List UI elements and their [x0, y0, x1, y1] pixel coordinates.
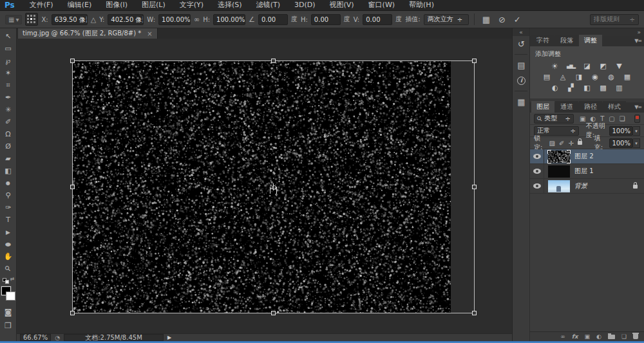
- filter-smart-objects-icon[interactable]: ❏: [620, 115, 625, 122]
- fill-caret-icon[interactable]: ▾: [633, 138, 640, 148]
- background-color-swatch[interactable]: [6, 292, 15, 301]
- layer-effects-icon[interactable]: fx: [572, 333, 578, 340]
- hue-saturation-icon[interactable]: ▤: [542, 73, 552, 81]
- visibility-cell[interactable]: [530, 164, 544, 178]
- crop-tool[interactable]: ⌗: [1, 79, 16, 91]
- move-tool[interactable]: ↖: [1, 30, 16, 42]
- filter-shape-layers-icon[interactable]: ▢: [609, 115, 614, 122]
- tab-adjustments[interactable]: 调整: [579, 35, 602, 46]
- document-canvas[interactable]: [72, 60, 451, 313]
- layer-row-1[interactable]: 图层 1: [530, 164, 644, 179]
- path-selection-tool[interactable]: ▶: [1, 226, 16, 238]
- history-brush-tool[interactable]: Ø: [1, 140, 16, 153]
- swatches-panel-button[interactable]: ▦: [513, 94, 530, 109]
- height-scale-field[interactable]: 100.00%: [213, 14, 245, 25]
- transform-handle-bottom-right[interactable]: [472, 311, 477, 315]
- fill-field[interactable]: 100%: [609, 138, 633, 148]
- blur-tool[interactable]: ●: [1, 177, 16, 189]
- tool-preset-picker[interactable]: ▦ ▾: [5, 15, 22, 24]
- transform-handle-top-left[interactable]: [70, 59, 75, 63]
- new-group-icon[interactable]: [608, 335, 615, 339]
- lock-image-icon[interactable]: ✐: [559, 140, 564, 147]
- relative-position-icon[interactable]: △: [91, 15, 96, 24]
- skew-h-field[interactable]: 0.00: [311, 14, 341, 25]
- swatch-controls[interactable]: ⇄: [1, 276, 16, 284]
- brush-tool[interactable]: ✐: [1, 116, 16, 128]
- transform-handle-top-middle[interactable]: [271, 59, 276, 63]
- transform-handle-bottom-left[interactable]: [70, 311, 75, 315]
- tab-paths[interactable]: 路径: [579, 101, 602, 113]
- layer-1-thumbnail[interactable]: [548, 165, 570, 178]
- status-options-arrow[interactable]: ▶: [167, 335, 171, 340]
- tab-channels[interactable]: 通道: [555, 101, 578, 113]
- opacity-field[interactable]: 100%: [609, 126, 633, 136]
- document-tab[interactable]: timg.jpg @ 66.7% (图层 2, RGB/8#) * ×: [18, 28, 158, 39]
- lock-position-icon[interactable]: ✛: [568, 140, 573, 147]
- new-layer-icon[interactable]: ❏: [621, 333, 627, 340]
- transform-handle-middle-left[interactable]: [70, 185, 75, 189]
- visibility-cell[interactable]: [530, 179, 544, 193]
- rotation-field[interactable]: 0.00: [258, 14, 288, 25]
- zoom-tool[interactable]: ⚲: [1, 263, 16, 275]
- filter-pixel-layers-icon[interactable]: ▣: [580, 115, 585, 122]
- curves-icon[interactable]: ◪: [582, 62, 592, 70]
- visibility-cell[interactable]: [530, 149, 544, 163]
- eyedropper-tool[interactable]: ✒: [1, 91, 16, 104]
- cancel-transform-icon[interactable]: ⊘: [496, 15, 508, 24]
- y-position-field[interactable]: 402.50 像素: [108, 14, 144, 25]
- menu-edit[interactable]: 编辑(E): [61, 0, 99, 10]
- layer-filter-type-dropdown[interactable]: ⚲ 类型 ÷: [534, 114, 574, 124]
- lock-transparency-icon[interactable]: ▨: [549, 140, 555, 147]
- type-tool[interactable]: T: [1, 214, 16, 226]
- link-dimensions-icon[interactable]: ∞: [194, 15, 200, 24]
- black-white-icon[interactable]: ◨: [574, 73, 584, 81]
- vibrance-icon[interactable]: ▼: [614, 62, 625, 70]
- quick-selection-tool[interactable]: ✶: [1, 67, 16, 79]
- menu-window[interactable]: 窗口(W): [361, 0, 402, 10]
- menu-type[interactable]: 文字(Y): [173, 0, 211, 10]
- link-layers-icon[interactable]: ∞: [560, 333, 565, 340]
- layout-rules-dropdown[interactable]: 排版规则 ÷: [590, 14, 639, 25]
- levels-icon[interactable]: ▄▆▂: [566, 62, 576, 70]
- transform-handle-bottom-middle[interactable]: [271, 311, 276, 315]
- opacity-caret-icon[interactable]: ▾: [633, 126, 640, 136]
- lasso-tool[interactable]: ℘: [1, 55, 16, 67]
- layer-row-background[interactable]: 背景: [530, 179, 644, 194]
- menu-layer[interactable]: 图层(L): [135, 0, 173, 10]
- transform-handle-top-right[interactable]: [472, 59, 477, 63]
- invert-icon[interactable]: ◐: [550, 84, 560, 92]
- clone-stamp-tool[interactable]: Ω: [1, 128, 16, 140]
- history-panel-button[interactable]: ↺: [513, 36, 530, 51]
- layer-name[interactable]: 图层 1: [574, 167, 594, 176]
- filter-type-layers-icon[interactable]: T: [600, 115, 604, 122]
- layer-name[interactable]: 背景: [574, 181, 587, 190]
- gradient-map-icon[interactable]: ▩: [598, 84, 609, 92]
- menu-image[interactable]: 图像(I): [99, 0, 135, 10]
- zoom-level-field[interactable]: 66.67%: [20, 334, 51, 341]
- layer-row-2[interactable]: 图层 2: [530, 149, 644, 164]
- x-position-field[interactable]: 639.50 像素: [52, 14, 88, 25]
- color-balance-icon[interactable]: ◬: [558, 73, 568, 81]
- menu-file[interactable]: 文件(F): [23, 0, 61, 10]
- eraser-tool[interactable]: ▰: [1, 153, 16, 165]
- menu-3d[interactable]: 3D(D): [287, 0, 323, 10]
- new-adjustment-layer-icon[interactable]: ◐: [596, 333, 601, 340]
- background-thumbnail[interactable]: [548, 180, 570, 192]
- add-layer-mask-icon[interactable]: ▣: [585, 333, 591, 340]
- transform-reference-point[interactable]: [270, 184, 276, 190]
- filter-adjustment-layers-icon[interactable]: ◐: [590, 115, 596, 122]
- skew-v-field[interactable]: 0.00: [363, 14, 392, 25]
- color-lookup-icon[interactable]: ▦: [622, 73, 632, 81]
- selective-color-icon[interactable]: ▥: [614, 84, 625, 92]
- hand-tool[interactable]: ✋: [1, 250, 16, 263]
- properties-panel-button[interactable]: ▤: [513, 57, 530, 73]
- filtering-on-off-toggle[interactable]: [634, 115, 640, 123]
- canvas-pasteboard[interactable]: [17, 39, 512, 333]
- channel-mixer-icon[interactable]: ◍: [606, 73, 616, 81]
- swap-colors-icon[interactable]: ⇄: [10, 276, 15, 282]
- spot-healing-brush-tool[interactable]: ✳: [1, 104, 16, 116]
- reference-point-locator[interactable]: [25, 13, 38, 26]
- gradient-tool[interactable]: ◧: [1, 165, 16, 177]
- brightness-contrast-icon[interactable]: ☀: [550, 62, 560, 70]
- menu-help[interactable]: 帮助(H): [402, 0, 441, 10]
